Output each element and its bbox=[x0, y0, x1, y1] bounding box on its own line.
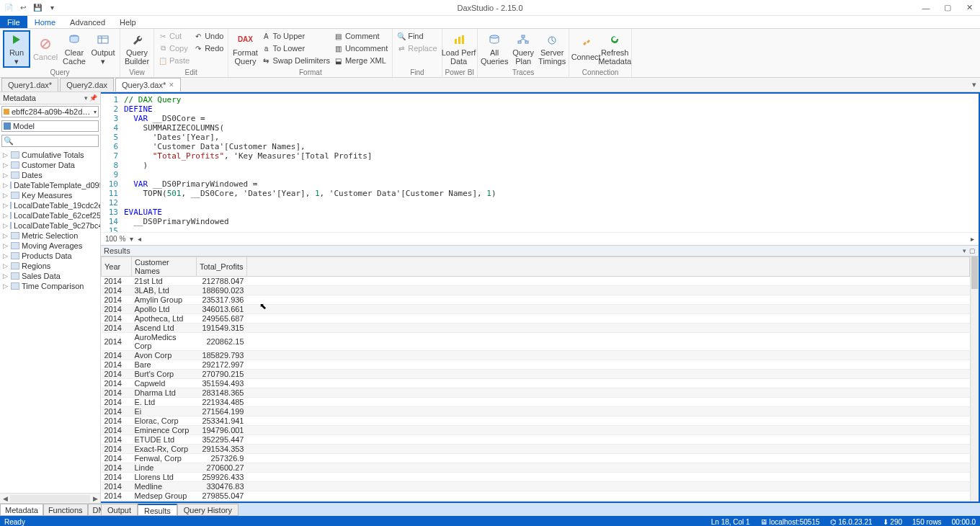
table-row[interactable]: 2014Burt's Corp270790.215 bbox=[102, 370, 970, 379]
table-row[interactable]: 2014Apotheca, Ltd249565.687 bbox=[102, 314, 970, 324]
expand-icon[interactable]: ▷ bbox=[3, 262, 9, 269]
tab-functions[interactable]: Functions bbox=[43, 504, 88, 516]
scroll-right-small-icon[interactable]: ▸ bbox=[971, 235, 974, 243]
tab-advanced[interactable]: Advanced bbox=[63, 16, 112, 28]
table-row[interactable]: 2014E. Ltd221934.485 bbox=[102, 398, 970, 407]
table-row[interactable]: 2014Ascend Ltd191549.315 bbox=[102, 324, 970, 333]
table-row[interactable]: 2014Bare292172.997 bbox=[102, 360, 970, 370]
redo-button[interactable]: ↷Redo bbox=[192, 43, 225, 54]
tree-item[interactable]: ▷DateTableTemplate_d095fb bbox=[0, 180, 100, 190]
close-icon[interactable]: ✕ bbox=[169, 81, 174, 89]
doc-tab[interactable]: Query1.dax* bbox=[1, 78, 58, 92]
table-row[interactable]: 2014AuroMedics Corp220862.15 bbox=[102, 333, 970, 351]
doc-tab[interactable]: Query2.dax bbox=[60, 78, 114, 92]
nav-icon[interactable]: ↩ bbox=[17, 2, 29, 14]
tab-home[interactable]: Home bbox=[27, 16, 63, 28]
swap-delim-button[interactable]: ⇆Swap Delimiters bbox=[260, 55, 331, 66]
tab-metadata[interactable]: Metadata bbox=[0, 504, 43, 516]
doc-tab[interactable]: Query3.dax*✕ bbox=[115, 78, 181, 92]
table-row[interactable]: 2014Elorac, Corp253341.941 bbox=[102, 416, 970, 426]
tab-file[interactable]: File bbox=[0, 16, 27, 28]
tab-output[interactable]: Output bbox=[101, 504, 138, 516]
table-row[interactable]: 2014Eminence Corp194796.001 bbox=[102, 426, 970, 435]
table-row[interactable]: 2014Apollo Ltd346013.661 bbox=[102, 305, 970, 314]
database-select[interactable]: ebffc284-a09b-4b2d-a1b8- ▾ bbox=[1, 106, 99, 117]
tab-query-history[interactable]: Query History bbox=[177, 504, 239, 516]
results-close-icon[interactable]: ▢ bbox=[969, 247, 976, 254]
column-header[interactable]: Year bbox=[102, 257, 132, 277]
table-row[interactable]: 2014Mylan Corp186736.437 bbox=[102, 501, 970, 502]
server-timings-button[interactable]: Server Timings bbox=[538, 30, 566, 68]
zoom-down-icon[interactable]: ▾ bbox=[130, 235, 133, 243]
table-row[interactable]: 2014ETUDE Ltd352295.447 bbox=[102, 435, 970, 445]
all-queries-button[interactable]: All Queries bbox=[481, 30, 508, 68]
tree-item[interactable]: ▷LocalDateTable_9c27bc4b- bbox=[0, 220, 100, 231]
tree-item[interactable]: ▷Regions bbox=[0, 261, 100, 271]
query-builder-button[interactable]: Query Builder bbox=[123, 30, 151, 68]
query-plan-button[interactable]: Query Plan bbox=[509, 30, 537, 68]
output-button[interactable]: Output▾ bbox=[89, 30, 117, 68]
expand-icon[interactable]: ▷ bbox=[3, 182, 8, 189]
clear-cache-button[interactable]: Clear Cache bbox=[61, 30, 88, 68]
panel-dropdown-icon[interactable]: ▾ bbox=[84, 94, 88, 102]
results-vscroll[interactable] bbox=[970, 257, 979, 502]
maximize-button[interactable]: ▢ bbox=[937, 0, 958, 16]
model-select[interactable]: Model bbox=[1, 120, 99, 132]
to-upper-button[interactable]: ATo Upper bbox=[260, 30, 331, 42]
uncomment-button[interactable]: ▥Uncomment bbox=[333, 43, 389, 54]
refresh-metadata-button[interactable]: Refresh Metadata bbox=[601, 30, 628, 68]
tab-help[interactable]: Help bbox=[112, 16, 143, 28]
tab-results[interactable]: Results bbox=[138, 504, 177, 516]
expand-icon[interactable]: ▷ bbox=[3, 272, 9, 280]
load-perf-button[interactable]: Load Perf Data bbox=[445, 30, 473, 68]
connect-button[interactable]: Connect bbox=[572, 30, 600, 68]
tree-item[interactable]: ▷Products Data bbox=[0, 251, 100, 261]
expand-icon[interactable]: ▷ bbox=[3, 242, 9, 249]
table-row[interactable]: 2014Medline330476.83 bbox=[102, 482, 970, 491]
table-row[interactable]: 201421st Ltd212788.047 bbox=[102, 277, 970, 286]
table-row[interactable]: 2014Dharma Ltd283148.365 bbox=[102, 388, 970, 398]
undo-button[interactable]: ↶Undo bbox=[192, 30, 225, 42]
run-button[interactable]: Run▾ bbox=[3, 30, 30, 68]
tree-item[interactable]: ▷Dates bbox=[0, 170, 100, 180]
table-row[interactable]: 2014Linde270600.27 bbox=[102, 463, 970, 473]
tree-item[interactable]: ▷Metric Selection bbox=[0, 231, 100, 241]
to-lower-button[interactable]: aTo Lower bbox=[260, 43, 331, 54]
tree-item[interactable]: ▷LocalDateTable_62cef255-0 bbox=[0, 210, 100, 220]
table-row[interactable]: 20143LAB, Ltd188690.023 bbox=[102, 286, 970, 295]
sidebar-hscroll[interactable]: ◀ ▶ bbox=[0, 493, 100, 503]
tree-item[interactable]: ▷Moving Averages bbox=[0, 241, 100, 251]
scroll-left-icon[interactable]: ◀ bbox=[0, 495, 10, 502]
table-row[interactable]: 2014Ei271564.199 bbox=[102, 407, 970, 416]
code-body[interactable]: // DAX QueryDEFINE VAR __DS0Core = SUMMA… bbox=[121, 94, 499, 232]
expand-icon[interactable]: ▷ bbox=[3, 151, 9, 159]
properties-icon[interactable]: 📄 bbox=[3, 2, 14, 14]
code-editor[interactable]: 123456789101112131415161718 // DAX Query… bbox=[101, 94, 979, 232]
scroll-right-icon[interactable]: ▶ bbox=[90, 495, 100, 502]
save-icon[interactable]: 💾 bbox=[32, 2, 43, 14]
table-row[interactable]: 2014Exact-Rx, Corp291534.353 bbox=[102, 445, 970, 454]
scroll-thumb[interactable] bbox=[971, 257, 978, 289]
pin-icon[interactable]: 📌 bbox=[89, 94, 97, 102]
table-row[interactable]: 2014Medsep Group279855.047 bbox=[102, 491, 970, 501]
scroll-left-small-icon[interactable]: ◂ bbox=[138, 235, 141, 243]
table-row[interactable]: 2014Amylin Group235317.936 bbox=[102, 295, 970, 305]
tree-item[interactable]: ▷Customer Data bbox=[0, 160, 100, 170]
qat-dropdown-icon[interactable]: ▾ bbox=[46, 2, 58, 14]
expand-icon[interactable]: ▷ bbox=[3, 192, 9, 199]
expand-icon[interactable]: ▷ bbox=[3, 232, 9, 239]
metadata-search[interactable]: 🔍 bbox=[1, 135, 99, 147]
results-grid[interactable]: YearCustomer NamesTotal_Profits 201421st… bbox=[101, 257, 970, 502]
find-button[interactable]: 🔍Find bbox=[396, 30, 438, 42]
table-row[interactable]: 2014Capweld351594.493 bbox=[102, 379, 970, 388]
tree-item[interactable]: ▷LocalDateTable_19cdc2e1- bbox=[0, 200, 100, 210]
expand-icon[interactable]: ▷ bbox=[3, 212, 8, 219]
table-row[interactable]: 2014Fenwal, Corp257326.9 bbox=[102, 454, 970, 463]
doctabs-dropdown[interactable]: ▾ bbox=[968, 78, 980, 92]
expand-icon[interactable]: ▷ bbox=[3, 161, 9, 169]
merge-xml-button[interactable]: ⬓Merge XML bbox=[333, 55, 389, 66]
expand-icon[interactable]: ▷ bbox=[3, 202, 8, 209]
expand-icon[interactable]: ▷ bbox=[3, 171, 9, 179]
expand-icon[interactable]: ▷ bbox=[3, 282, 9, 290]
tree-item[interactable]: ▷Time Comparison bbox=[0, 281, 100, 291]
